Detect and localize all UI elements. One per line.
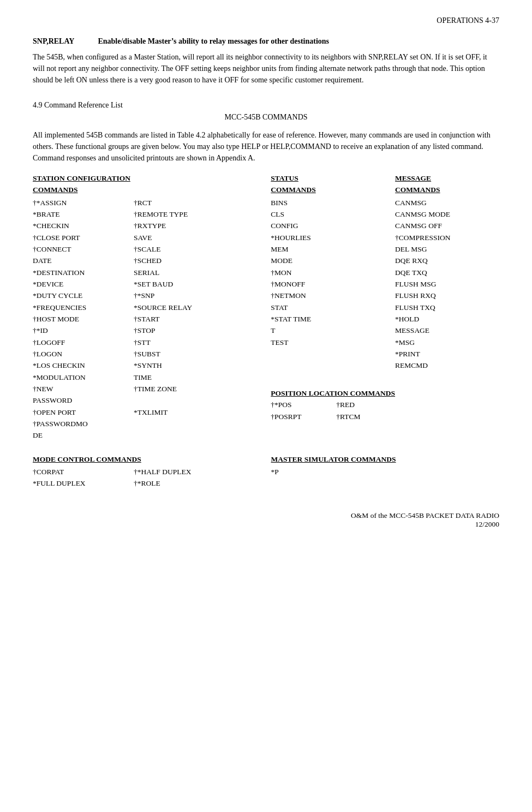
list-item: †POSRPT [271, 411, 336, 422]
list-item: †*ID [33, 325, 134, 336]
list-item: †PASSWORDMO [33, 418, 134, 429]
list-item: DE [33, 429, 134, 441]
position-location-header: POSITION LOCATION COMMANDS [271, 387, 395, 399]
list-item: SAVE [134, 232, 237, 243]
list-item: †LOGON [33, 348, 134, 360]
list-item: FLUSH RXQ [395, 290, 499, 301]
station-config-section: STATION CONFIGURATION COMMANDS †*ASSIGN … [33, 172, 271, 441]
master-simulator-section: MASTER SIMULATOR COMMANDS *P [271, 453, 499, 489]
list-item [134, 418, 237, 429]
list-item: MESSAGE [395, 325, 499, 336]
list-item: †SUBST [134, 348, 237, 360]
list-item: *HOURLIES [271, 232, 395, 243]
station-config-header: STATION CONFIGURATION [33, 172, 271, 184]
list-item: *MODULATION [33, 372, 134, 383]
list-item: BINS [271, 197, 395, 208]
list-item: †*POS [271, 399, 336, 410]
header-text: OPERATIONS 4-37 [437, 16, 499, 25]
list-item: REMCMD [395, 360, 499, 371]
list-item: †SCALE [134, 243, 237, 255]
station-config-header2: COMMANDS [33, 184, 271, 195]
mode-col2: †*HALF DUPLEX †*ROLE [134, 466, 237, 489]
list-item: †RTCM [336, 411, 391, 422]
list-item: *PRINT [395, 348, 499, 360]
list-item: †RED [336, 399, 391, 410]
bottom-commands-section: MODE CONTROL COMMANDS †CORPAT *FULL DUPL… [33, 453, 499, 489]
list-item: *P [271, 466, 499, 477]
list-item: CANMSG OFF [395, 220, 499, 231]
list-item: †TIME ZONE [134, 383, 237, 395]
page-header: OPERATIONS 4-37 [33, 16, 499, 27]
list-item [271, 372, 395, 383]
list-item: †MON [271, 267, 395, 278]
list-item: CONFIG [271, 220, 395, 231]
status-header2: COMMANDS [271, 184, 395, 195]
message-header: MESSAGE [395, 172, 499, 184]
list-item: †NEW [33, 383, 134, 395]
list-item: DQE RXQ [395, 255, 499, 266]
message-header2: COMMANDS [395, 184, 499, 195]
intro-para: All implemented 545B commands are listed… [33, 129, 499, 164]
list-item: †OPEN PORT [33, 407, 134, 418]
mcc-title: MCC-545B COMMANDS [33, 113, 499, 122]
footer-line1: O&M of the MCC-545B PACKET DATA RADIO [33, 511, 499, 520]
list-item: †CONNECT [33, 243, 134, 255]
list-item: *FREQUENCIES [33, 302, 134, 313]
list-item: T [271, 325, 395, 336]
list-item: †COMPRESSION [395, 232, 499, 243]
list-item: †RXTYPE [134, 220, 237, 231]
list-item: PASSWORD [33, 395, 134, 406]
list-item: DATE [33, 255, 134, 266]
list-item: TIME [134, 372, 237, 383]
message-section: MESSAGE COMMANDS CANMSG CANMSG MODE CANM… [395, 172, 499, 441]
footer: O&M of the MCC-545B PACKET DATA RADIO 12… [33, 511, 499, 529]
list-item: DQE TXQ [395, 267, 499, 278]
mode-control-section: MODE CONTROL COMMANDS †CORPAT *FULL DUPL… [33, 453, 271, 489]
list-item: †MONOFF [271, 278, 395, 290]
station-col2: †RCT †REMOTE TYPE †RXTYPE SAVE †SCALE †S… [134, 197, 237, 441]
list-item: *HOLD [395, 313, 499, 325]
list-item: CLS [271, 208, 395, 220]
mode-control-cols: †CORPAT *FULL DUPLEX †*HALF DUPLEX †*ROL… [33, 466, 271, 489]
list-item [271, 348, 395, 360]
list-item: *LOS CHECKIN [33, 360, 134, 371]
list-item: FLUSH TXQ [395, 302, 499, 313]
list-item: †*ASSIGN [33, 197, 134, 208]
list-item: *SYNTH [134, 360, 237, 371]
list-item: †STOP [134, 325, 237, 336]
list-item: STAT [271, 302, 395, 313]
list-item: *DESTINATION [33, 267, 134, 278]
pos-col2: †RED †RTCM [336, 399, 391, 422]
list-item: †STT [134, 337, 237, 348]
list-item: *SOURCE RELAY [134, 302, 237, 313]
master-sim-header: MASTER SIMULATOR COMMANDS [271, 453, 499, 465]
list-item: *TXLIMIT [134, 407, 237, 418]
list-item [134, 429, 237, 441]
list-item: *STAT TIME [271, 313, 395, 325]
list-item: †HOST MODE [33, 313, 134, 325]
position-location-cols: †*POS †POSRPT †RED †RTCM [271, 399, 395, 422]
mode-control-header: MODE CONTROL COMMANDS [33, 453, 271, 465]
section-49-heading: 4.9 Command Reference List [33, 101, 499, 110]
list-item: FLUSH MSG [395, 278, 499, 290]
list-item: †SCHED [134, 255, 237, 266]
list-item: *BRATE [33, 208, 134, 220]
list-item: TEST [271, 337, 395, 348]
list-item: *FULL DUPLEX [33, 477, 134, 489]
list-item: †*HALF DUPLEX [134, 466, 237, 477]
status-section: STATUS COMMANDS BINS CLS CONFIG *HOURLIE… [271, 172, 395, 441]
list-item: MODE [271, 255, 395, 266]
list-item: †START [134, 313, 237, 325]
list-item: SERIAL [134, 267, 237, 278]
commands-table: STATION CONFIGURATION COMMANDS †*ASSIGN … [33, 172, 499, 441]
list-item: DEL MSG [395, 243, 499, 255]
pos-col1: †*POS †POSRPT [271, 399, 336, 422]
footer-line2: 12/2000 [33, 520, 499, 529]
snp-relay-label: SNP,RELAY [33, 37, 74, 45]
list-item: CANMSG MODE [395, 208, 499, 220]
list-item: MEM [271, 243, 395, 255]
list-item: †RCT [134, 197, 237, 208]
station-col1: †*ASSIGN *BRATE *CHECKIN †CLOSE PORT †CO… [33, 197, 134, 441]
list-item: *CHECKIN [33, 220, 134, 231]
list-item: †LOGOFF [33, 337, 134, 348]
